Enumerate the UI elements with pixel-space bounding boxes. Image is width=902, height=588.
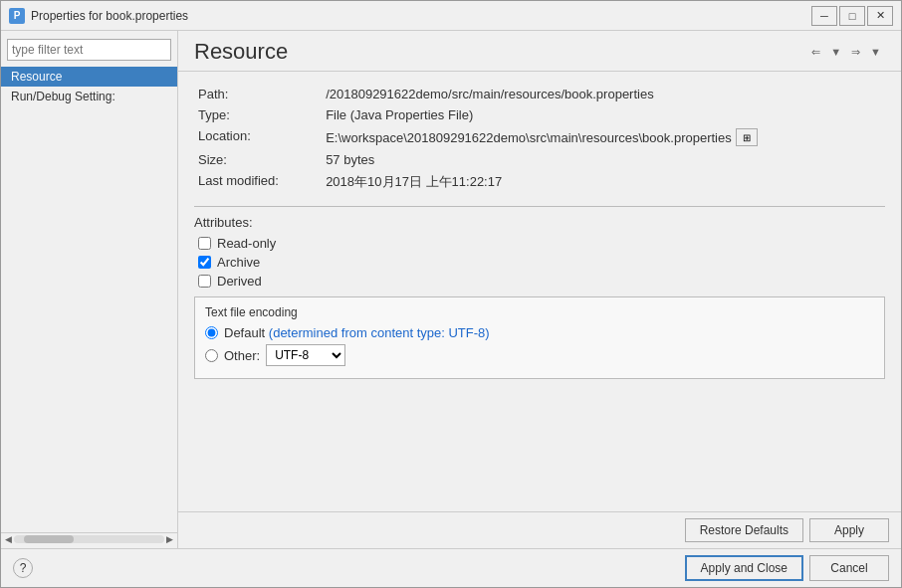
size-value: 57 bytes [322, 149, 885, 170]
main-area: Resource Run/Debug Setting: ◀ ▶ Resource… [1, 31, 901, 548]
table-row: Path: /201809291622demo/src/main/resourc… [194, 84, 885, 104]
table-row: Size: 57 bytes [194, 149, 885, 170]
derived-label[interactable]: Derived [217, 274, 262, 289]
attributes-label: Attributes: [194, 215, 885, 230]
title-controls: ─ □ ✕ [811, 6, 893, 26]
filter-input[interactable] [7, 39, 171, 61]
archive-row: Archive [194, 255, 885, 270]
default-encoding-row: Default (determined from content type: U… [205, 325, 874, 340]
sidebar-item-resource[interactable]: Resource [1, 67, 177, 87]
close-button[interactable]: ✕ [867, 6, 893, 26]
path-label: Path: [194, 84, 322, 104]
encoding-select[interactable]: UTF-8 [266, 344, 345, 366]
location-text: E:\workspace\201809291622demo\src\main\r… [326, 130, 732, 145]
path-value: /201809291622demo/src/main/resources/boo… [322, 84, 885, 104]
back-dropdown-button[interactable]: ▼ [826, 44, 845, 60]
modified-label: Last modified: [194, 170, 322, 194]
encoding-group: Text file encoding Default (determined f… [194, 296, 885, 379]
location-label: Location: [194, 125, 322, 149]
back-button[interactable]: ⇐ [807, 44, 824, 61]
other-encoding-label[interactable]: Other: [224, 348, 260, 363]
nav-arrows: ⇐ ▼ ⇒ ▼ [807, 44, 885, 61]
sidebar-item-run-debug[interactable]: Run/Debug Setting: [1, 87, 177, 106]
location-row: E:\workspace\201809291622demo\src\main\r… [326, 128, 881, 146]
location-browse-button[interactable]: ⊞ [736, 128, 758, 146]
forward-button[interactable]: ⇒ [847, 44, 864, 61]
forward-dropdown-button[interactable]: ▼ [866, 44, 885, 60]
footer-right: Apply and Close Cancel [685, 555, 889, 581]
apply-and-close-button[interactable]: Apply and Close [685, 555, 803, 581]
archive-checkbox[interactable] [198, 256, 211, 269]
read-only-row: Read-only [194, 236, 885, 251]
scroll-left-arrow[interactable]: ◀ [3, 534, 14, 544]
type-value: File (Java Properties File) [322, 104, 885, 125]
size-label: Size: [194, 149, 322, 170]
default-encoding-label[interactable]: Default (determined from content type: U… [224, 325, 490, 340]
read-only-checkbox[interactable] [198, 237, 211, 250]
table-row: Last modified: 2018年10月17日 上午11:22:17 [194, 170, 885, 194]
dialog-icon: P [9, 8, 25, 24]
other-encoding-radio[interactable] [205, 349, 218, 362]
scroll-right-arrow[interactable]: ▶ [164, 534, 175, 544]
derived-row: Derived [194, 274, 885, 289]
page-title: Resource [194, 39, 288, 65]
dialog-title: Properties for book.properties [31, 9, 811, 23]
location-value: E:\workspace\201809291622demo\src\main\r… [322, 125, 885, 149]
maximize-button[interactable]: □ [839, 6, 865, 26]
archive-label[interactable]: Archive [217, 255, 260, 270]
dialog: P Properties for book.properties ─ □ ✕ R… [0, 0, 902, 588]
type-label: Type: [194, 104, 322, 125]
modified-value: 2018年10月17日 上午11:22:17 [322, 170, 885, 194]
table-row: Type: File (Java Properties File) [194, 104, 885, 125]
sidebar: Resource Run/Debug Setting: ◀ ▶ [1, 31, 178, 548]
default-encoding-radio[interactable] [205, 326, 218, 339]
content-actions: Restore Defaults Apply [178, 511, 901, 548]
cancel-button[interactable]: Cancel [809, 555, 889, 581]
minimize-button[interactable]: ─ [811, 6, 837, 26]
content-area: Resource ⇐ ▼ ⇒ ▼ Path: /201809291622demo… [178, 31, 901, 548]
divider [194, 206, 885, 207]
info-table: Path: /201809291622demo/src/main/resourc… [194, 84, 885, 194]
derived-checkbox[interactable] [198, 275, 211, 288]
help-button[interactable]: ? [13, 558, 33, 578]
other-encoding-row: Other: UTF-8 [205, 344, 874, 366]
content-header: Resource ⇐ ▼ ⇒ ▼ [178, 31, 901, 72]
footer: ? Apply and Close Cancel [1, 548, 901, 587]
scroll-thumb[interactable] [24, 535, 74, 543]
restore-defaults-button[interactable]: Restore Defaults [685, 518, 803, 542]
content-body: Path: /201809291622demo/src/main/resourc… [178, 72, 901, 511]
apply-button[interactable]: Apply [809, 518, 889, 542]
footer-left: ? [13, 558, 33, 578]
title-bar: P Properties for book.properties ─ □ ✕ [1, 1, 901, 31]
sidebar-scrollbar: ◀ ▶ [1, 532, 177, 544]
read-only-label[interactable]: Read-only [217, 236, 276, 251]
encoding-title: Text file encoding [205, 305, 874, 319]
scroll-track [14, 535, 164, 543]
table-row: Location: E:\workspace\201809291622demo\… [194, 125, 885, 149]
default-encoding-detail: (determined from content type: UTF-8) [269, 325, 490, 340]
